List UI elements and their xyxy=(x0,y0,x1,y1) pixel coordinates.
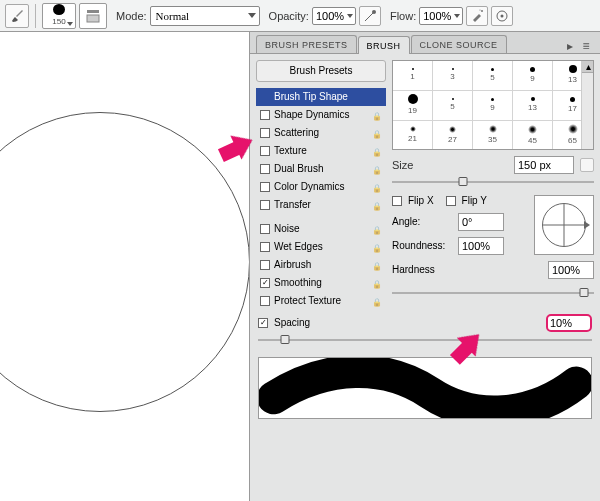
opt-brush-tip-shape[interactable]: Brush Tip Shape xyxy=(256,88,386,106)
svg-point-2 xyxy=(372,10,376,14)
roundness-field[interactable]: 100% xyxy=(458,237,504,255)
size-field[interactable]: 150 px xyxy=(514,156,574,174)
angle-arrow-icon xyxy=(584,221,590,229)
opt-smoothing[interactable]: Smoothing xyxy=(256,274,386,292)
reset-size-icon[interactable] xyxy=(580,158,594,172)
flow-field[interactable]: 100% xyxy=(419,7,463,25)
opt-scattering-checkbox[interactable] xyxy=(260,128,270,138)
thumbnail-scrollbar[interactable]: ▴ xyxy=(581,61,593,149)
brush-thumb-label: 19 xyxy=(408,105,417,117)
opt-scattering-label: Scattering xyxy=(274,127,372,139)
blend-mode-select[interactable] xyxy=(150,6,260,26)
brush-tool-button[interactable] xyxy=(5,4,29,28)
brush-thumb-label: 27 xyxy=(448,134,457,146)
size-slider[interactable] xyxy=(392,177,594,187)
angle-control[interactable] xyxy=(534,195,594,255)
opt-protect-texture[interactable]: Protect Texture xyxy=(256,292,386,310)
brush-thumb[interactable]: 5 xyxy=(433,91,473,121)
brush-thumb[interactable]: 9 xyxy=(513,61,553,91)
brush-thumb[interactable]: 5 xyxy=(473,61,513,91)
brush-preset-size: 150 xyxy=(52,16,65,28)
tab-clone-source[interactable]: CLONE SOURCE xyxy=(411,35,507,53)
document-canvas[interactable] xyxy=(0,32,249,501)
opt-shape-dynamics-checkbox[interactable] xyxy=(260,110,270,120)
toggle-brush-panel-button[interactable] xyxy=(79,3,107,29)
spacing-checkbox[interactable] xyxy=(258,318,268,328)
opt-scattering[interactable]: Scattering xyxy=(256,124,386,142)
svg-rect-1 xyxy=(87,15,99,22)
brush-thumb-label: 35 xyxy=(488,134,497,146)
brush-thumb[interactable]: 45 xyxy=(513,121,553,150)
opt-dual-brush-checkbox[interactable] xyxy=(260,164,270,174)
opt-color-dynamics[interactable]: Color Dynamics xyxy=(256,178,386,196)
airbrush-button[interactable] xyxy=(466,6,488,26)
opt-transfer-checkbox[interactable] xyxy=(260,200,270,210)
lock-icon xyxy=(372,278,382,288)
lock-icon xyxy=(372,146,382,156)
size-pressure-button[interactable] xyxy=(491,6,513,26)
hardness-field[interactable]: 100% xyxy=(548,261,594,279)
scroll-up-icon[interactable]: ▴ xyxy=(582,61,594,73)
brush-thumb-label: 45 xyxy=(528,135,537,147)
opt-dual-brush[interactable]: Dual Brush xyxy=(256,160,386,178)
spacing-field[interactable]: 10% xyxy=(546,314,592,332)
brush-thumb-label: 1 xyxy=(410,71,414,83)
opt-transfer[interactable]: Transfer xyxy=(256,196,386,214)
opt-airbrush-checkbox[interactable] xyxy=(260,260,270,270)
brush-thumb[interactable]: 19 xyxy=(393,91,433,121)
lock-icon xyxy=(372,260,382,270)
brush-dot-icon xyxy=(53,4,65,15)
brush-thumb-label: 17 xyxy=(568,103,577,115)
svg-point-6 xyxy=(501,14,504,17)
brush-thumb[interactable]: 1 xyxy=(393,61,433,91)
opt-wet-edges-checkbox[interactable] xyxy=(260,242,270,252)
tab-brush-presets[interactable]: BRUSH PRESETS xyxy=(256,35,357,53)
opt-noise-checkbox[interactable] xyxy=(260,224,270,234)
panel-menu-icon[interactable]: ≡ xyxy=(578,39,594,53)
brush-thumb[interactable]: 9 xyxy=(473,91,513,121)
brush-thumb-label: 9 xyxy=(530,73,534,85)
flip-y-label: Flip Y xyxy=(462,195,487,207)
opt-wet-edges[interactable]: Wet Edges xyxy=(256,238,386,256)
angle-field[interactable]: 0° xyxy=(458,213,504,231)
slider-handle-icon[interactable] xyxy=(458,177,467,186)
angle-ring-icon xyxy=(542,203,586,247)
brush-panel: BRUSH PRESETS BRUSH CLONE SOURCE ▸ ≡ Bru… xyxy=(249,32,600,501)
opt-color-dynamics-checkbox[interactable] xyxy=(260,182,270,192)
flip-y-checkbox[interactable] xyxy=(446,196,456,206)
lock-icon xyxy=(372,110,382,120)
fuzzy-dot-icon xyxy=(449,126,456,133)
flip-x-checkbox[interactable] xyxy=(392,196,402,206)
slider-handle-icon[interactable] xyxy=(579,288,588,297)
tab-brush[interactable]: BRUSH xyxy=(358,36,410,54)
brush-thumb[interactable]: 13 xyxy=(513,91,553,121)
opt-noise[interactable]: Noise xyxy=(256,220,386,238)
brush-presets-button[interactable]: Brush Presets xyxy=(256,60,386,82)
angle-label: Angle: xyxy=(392,216,452,228)
brush-thumb[interactable]: 35 xyxy=(473,121,513,150)
opt-airbrush[interactable]: Airbrush xyxy=(256,256,386,274)
opt-texture-checkbox[interactable] xyxy=(260,146,270,156)
opacity-field[interactable]: 100% xyxy=(312,7,356,25)
brush-preset-picker[interactable]: 150 xyxy=(42,3,76,29)
lock-icon xyxy=(372,200,382,210)
svg-point-4 xyxy=(480,9,481,10)
brush-thumb-label: 5 xyxy=(450,101,454,113)
hardness-slider[interactable] xyxy=(392,288,594,298)
brush-thumb-label: 21 xyxy=(408,133,417,145)
brush-thumb[interactable]: 27 xyxy=(433,121,473,150)
opt-texture[interactable]: Texture xyxy=(256,142,386,160)
panel-collapse-icon[interactable]: ▸ xyxy=(562,39,578,53)
opt-smoothing-checkbox[interactable] xyxy=(260,278,270,288)
opt-protect-texture-checkbox[interactable] xyxy=(260,296,270,306)
opt-color-dynamics-label: Color Dynamics xyxy=(274,181,372,193)
hard-dot-icon xyxy=(452,98,454,100)
opacity-pressure-button[interactable] xyxy=(359,6,381,26)
opt-shape-dynamics[interactable]: Shape Dynamics xyxy=(256,106,386,124)
brush-thumb-label: 13 xyxy=(528,102,537,114)
brush-thumb[interactable]: 21 xyxy=(393,121,433,150)
spacing-slider[interactable] xyxy=(258,335,592,345)
slider-handle-icon[interactable] xyxy=(280,335,289,344)
brush-thumb[interactable]: 3 xyxy=(433,61,473,91)
opt-noise-label: Noise xyxy=(274,223,372,235)
